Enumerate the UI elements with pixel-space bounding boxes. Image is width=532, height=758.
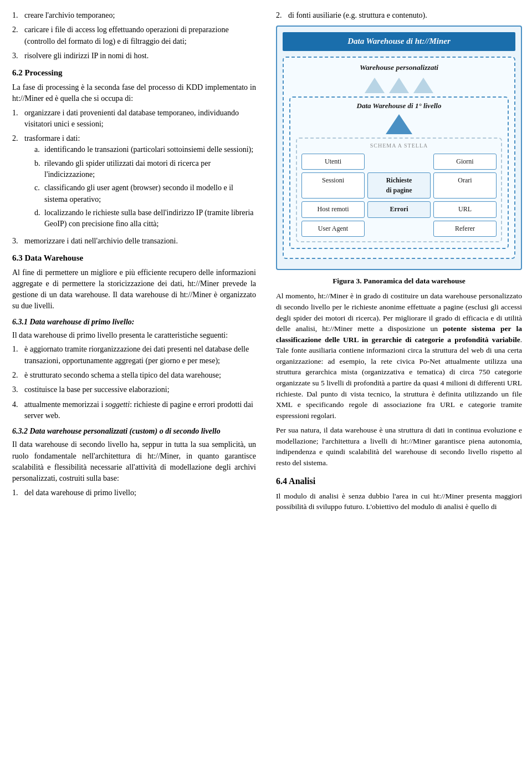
list-item: 3. risolvere gli indirizzi IP in nomi di… <box>12 50 256 62</box>
warehouse-top-label: Warehouse personalizzati <box>289 62 509 73</box>
cell-empty <box>367 154 431 170</box>
cell-host-remoti: Host remoti <box>301 201 365 217</box>
section-64-title: 6.4 Analisi <box>276 475 522 487</box>
item-content: trasformare i dati: a. identificando le … <box>24 133 256 232</box>
sub-item: a. identificando le transazioni (partico… <box>34 144 256 155</box>
section-632-text: Il data warehouse di secondo livello ha,… <box>12 439 256 484</box>
list-item: 2. trasformare i dati: a. identificando … <box>12 133 256 232</box>
sub-list: a. identificando le transazioni (partico… <box>34 144 256 230</box>
cell-utenti: Utenti <box>301 154 365 170</box>
sub-text: classificando gli user agent (browser) s… <box>44 182 256 205</box>
warehouse-top-box: Warehouse personalizzati Data Warehous <box>283 57 515 259</box>
section-64-text: Il modulo di analisi è senza dubbio l'ar… <box>276 491 522 512</box>
section-631-list: 1. è aggiornato tramite riorganizzazione… <box>12 344 256 421</box>
arrow-icon <box>389 78 409 93</box>
diagram-title: Data Warehouse di ht://Miner <box>283 32 515 51</box>
item-text: organizzare i dati provenienti dal datab… <box>24 108 256 130</box>
item-number: 3. <box>12 384 24 395</box>
item-text: creare l'archivio temporaneo; <box>24 10 256 21</box>
right-top-item: 2. di fonti ausiliarie (e.g. struttura e… <box>276 10 522 21</box>
sub-text: localizzando le richieste sulla base del… <box>44 207 256 230</box>
section-632-title: 6.3.2 Data warehouse personalizzati (cus… <box>12 426 256 437</box>
list-item: 1. organizzare i dati provenienti dal da… <box>12 108 256 130</box>
right-text-area: Al momento, ht://Miner è in grado di cos… <box>276 291 522 468</box>
list-item: 2. caricare i file di access log effettu… <box>12 24 256 47</box>
sub-label: d. <box>34 207 44 230</box>
item-number: 1. <box>12 108 24 130</box>
item-text: caricare i file di access log effettuand… <box>24 24 256 47</box>
section-631-title: 6.3.1 Data warehouse di primo livello: <box>12 317 256 328</box>
sub-item: d. localizzando le richieste sulla base … <box>34 207 256 230</box>
item-text: memorizzare i dati nell'archivio delle t… <box>24 236 256 247</box>
right-paragraph-2: Per sua natura, il data warehouse è una … <box>276 425 522 468</box>
section-62-list: 1. organizzare i dati provenienti dal da… <box>12 108 256 247</box>
list-item: 1. creare l'archivio temporaneo; <box>12 10 256 21</box>
list-item: 2. è strutturato secondo schema a stella… <box>12 370 256 381</box>
arrow-icon <box>365 78 385 93</box>
star-schema-grid: Utenti Giorni Sessioni Richieste di pagi… <box>301 154 497 237</box>
cell-errori: Errori <box>367 201 431 217</box>
sub-item: c. classificando gli user agent (browser… <box>34 182 256 205</box>
item-number: 3. <box>12 50 24 62</box>
item-number: 1. <box>12 344 24 367</box>
section-632-list: 1. del data warehouse di primo livello; <box>12 487 256 498</box>
list-item: 1. è aggiornato tramite riorganizzazione… <box>12 344 256 367</box>
item-number: 2. <box>12 133 24 232</box>
left-column: 1. creare l'archivio temporaneo; 2. cari… <box>0 6 266 520</box>
warehouse-first-level-box: Data Warehouse di 1° livello SCHEMA A ST… <box>289 96 509 249</box>
section-63-title: 6.3 Data Warehouse <box>12 252 256 264</box>
sub-item: b. rilevando gli spider utilizzati dai m… <box>34 158 256 181</box>
sub-text: rilevando gli spider utilizzati dai moto… <box>44 158 256 181</box>
item-text: risolvere gli indirizzi IP in nomi di ho… <box>24 50 256 62</box>
sub-text: identificando le transazioni (particolar… <box>44 144 253 155</box>
cell-richieste: Richieste di pagine <box>367 172 431 199</box>
item-text: è strutturato secondo schema a stella ti… <box>24 370 256 381</box>
item-number: 1. <box>12 10 24 21</box>
item-number: 4. <box>12 399 24 422</box>
arrow-icon <box>413 78 433 93</box>
cell-sessioni: Sessioni <box>301 172 365 199</box>
item-text: trasformare i dati: <box>24 134 80 143</box>
section-62-title: 6.2 Processing <box>12 67 256 79</box>
item-number: 2. <box>276 10 288 21</box>
section-63-text: Al fine di permettere un migliore e più … <box>12 267 256 312</box>
item-text: del data warehouse di primo livello; <box>24 487 256 498</box>
figure-caption-bold: Figura 3. Panoramica del data warehouse <box>332 277 466 285</box>
cell-orari: Orari <box>433 172 497 199</box>
cell-empty <box>367 221 431 237</box>
section-631-intro: Il data warehouse di primo livello prese… <box>12 330 256 341</box>
list-item: 3. costituisce la base per successive el… <box>12 384 256 395</box>
list-item: 1. del data warehouse di primo livello; <box>12 487 256 498</box>
item-text: attualmente memorizzai i soggetti: richi… <box>24 399 256 422</box>
arrow-icon <box>386 114 412 134</box>
list-item: 4. attualmente memorizzai i soggetti: ri… <box>12 399 256 422</box>
diagram-container: Data Warehouse di ht://Miner Warehouse p… <box>276 26 522 270</box>
right-paragraph-1: Al momento, ht://Miner è in grado di cos… <box>276 291 522 421</box>
item-number: 2. <box>12 370 24 381</box>
sub-label: b. <box>34 158 44 181</box>
star-schema-label: SCHEMA A STELLA <box>301 142 497 150</box>
cell-giorni: Giorni <box>433 154 497 170</box>
cell-url: URL <box>433 201 497 217</box>
item-number: 3. <box>12 236 24 247</box>
section-62-intro: La fase di processing è la seconda fase … <box>12 82 256 105</box>
cell-referer: Referer <box>433 221 497 237</box>
arrows-row <box>289 78 509 93</box>
item-number: 1. <box>12 487 24 498</box>
star-schema-box: SCHEMA A STELLA Utenti Giorni Sessioni R… <box>296 138 502 242</box>
sub-label: a. <box>34 144 44 155</box>
list-item: 3. memorizzare i dati nell'archivio dell… <box>12 236 256 247</box>
top-items-list: 1. creare l'archivio temporaneo; 2. cari… <box>12 10 256 62</box>
item-number: 2. <box>12 24 24 47</box>
figure-caption: Figura 3. Panoramica del data warehouse <box>276 276 522 287</box>
item-text: di fonti ausiliarie (e.g. struttura e co… <box>288 10 522 21</box>
right-column: 2. di fonti ausiliarie (e.g. struttura e… <box>266 6 532 520</box>
item-text: costituisce la base per successive elabo… <box>24 384 256 395</box>
sub-label: c. <box>34 182 44 205</box>
item-text: è aggiornato tramite riorganizzazione de… <box>24 344 256 367</box>
warehouse-first-level-label: Data Warehouse di 1° livello <box>296 101 502 111</box>
cell-user-agent: User Agent <box>301 221 365 237</box>
